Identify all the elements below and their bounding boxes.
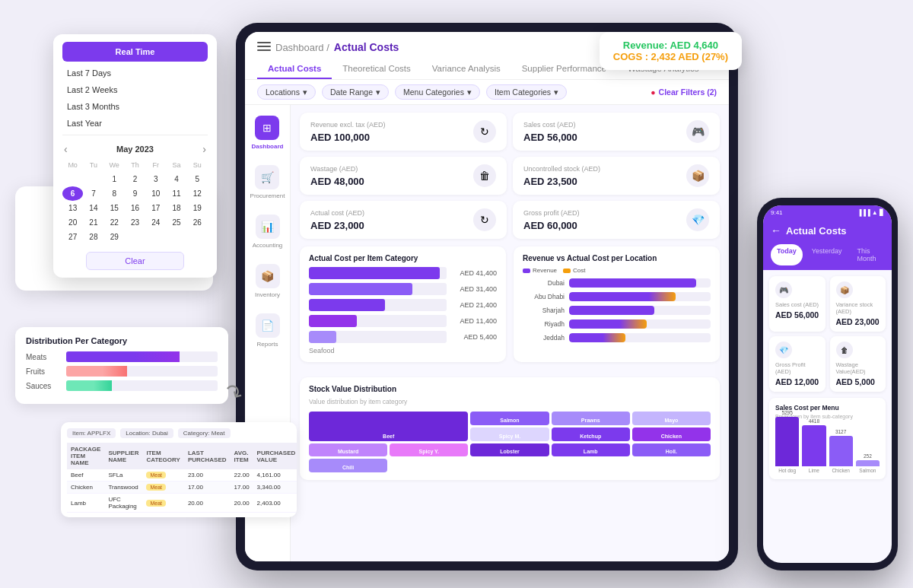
phone-header: ← Actual Costs — [763, 220, 892, 244]
tab-actual-costs[interactable]: Actual Costs — [257, 59, 332, 79]
kpi-revenue: Revenue excl. tax (AED) AED 100,000 ↻ — [300, 113, 507, 151]
kpi-uncontrolled-stock: Uncontrolled stock (AED) AED 23,500 📦 — [513, 157, 720, 195]
dist-row-meats: Meats — [26, 351, 218, 362]
filters-bar: Locations ▾ Date Range ▾ Menu Categories… — [245, 80, 729, 105]
table-row: Beef SFLa Meat 23.00 22.00 4,161.00 40.0… — [67, 469, 297, 482]
cat-bar-seafood: AED 5,400 — [309, 331, 497, 343]
phone-tab-yesterday[interactable]: Yesterday — [806, 244, 848, 265]
table-row: Lamb UFC Packaging Meat 20.00 20.00 2,40… — [67, 494, 297, 513]
next-month-button[interactable]: › — [202, 143, 206, 155]
lastyear-option[interactable]: Last Year — [62, 115, 208, 132]
kpi-revenue-icon: ↻ — [473, 120, 496, 143]
breadcrumb-current: Actual Costs — [334, 41, 399, 53]
sidebar-item-accounting[interactable]: 📊 Accounting — [253, 215, 283, 249]
revenue-location-chart: Revenue vs Actual Cost per Location Reve… — [514, 246, 720, 362]
last3months-option[interactable]: Last 3 Months — [62, 98, 208, 115]
sidebar-item-inventory[interactable]: 📦 Inventory — [255, 264, 280, 298]
phone-bar-hotdog: 5295 Hot dog — [775, 410, 799, 473]
phone-bar-lime: 4418 Lime — [802, 418, 826, 473]
phone-device: 9:41 ▐▐▐ ▲ ▊ ← Actual Costs Today Yester… — [757, 198, 898, 571]
kpi-wastage-icon: 🗑 — [473, 164, 496, 187]
last2weeks-option[interactable]: Last 2 Weeks — [62, 81, 208, 98]
phone-bar-chart: 5295 Hot dog 4418 Lime 3127 Chicken — [775, 424, 880, 473]
clear-filters-button[interactable]: ● Clear Filters (2) — [651, 87, 717, 97]
table-card: Item: APPLFX Location: Dubai Category: M… — [61, 422, 297, 517]
breadcrumb-prefix: Dashboard / — [275, 42, 329, 53]
filter-item-categories[interactable]: Item Categories ▾ — [486, 84, 567, 100]
phone-kpi-sales: 🎮 Sales cost (AED) AED 56,000 — [769, 276, 826, 332]
revenue-text: Revenue: AED 4,640 — [613, 40, 728, 51]
calendar-clear-button[interactable]: Clear — [86, 252, 184, 270]
reports-icon: 📄 — [256, 313, 280, 338]
phone-tab-this-month[interactable]: This Month — [851, 244, 884, 265]
tablet-main-content: Revenue excl. tax (AED) AED 100,000 ↻ Sa… — [291, 105, 729, 561]
sidebar-item-reports[interactable]: 📄 Reports — [256, 313, 280, 348]
cogs-text: COGS : 2,432 AED (27%) — [613, 51, 728, 62]
phone-signals: ▐▐▐ ▲ ▊ — [857, 209, 884, 216]
sidebar-label-dashboard: Dashboard — [252, 143, 284, 150]
divider — [62, 135, 208, 135]
calendar-days: 1 2 3 4 5 6 7 8 9 10 11 12 13 14 15 16 1… — [62, 172, 208, 244]
sidebar-item-procurement[interactable]: 🛒 Procurement — [250, 165, 285, 199]
kpi-stock-icon: 📦 — [686, 164, 709, 187]
phone-tabs: Today Yesterday This Month — [763, 244, 892, 270]
kpi-actual-icon: ↻ — [473, 208, 496, 231]
dashboard-icon: ⊞ — [255, 116, 279, 140]
tablet-body: ⊞ Dashboard 🛒 Procurement 📊 Accounting 📦… — [245, 105, 729, 561]
phone-title: Actual Costs — [786, 225, 846, 237]
phone-wastage-icon: 🗑 — [836, 342, 853, 358]
phone-status-bar: 9:41 ▐▐▐ ▲ ▊ — [763, 205, 892, 220]
table-row: Chicken Transwood Meat 17.00 17.00 3,340… — [67, 482, 297, 494]
cat-bar-1: AED 41,400 — [309, 267, 497, 279]
phone-bar-chicken: 3127 Chicken — [829, 429, 853, 473]
sidebar-label-reports: Reports — [256, 341, 278, 348]
sidebar-label-procurement: Procurement — [250, 192, 285, 199]
kpi-gross-profit: Gross profit (AED) AED 60,000 💎 — [513, 201, 720, 239]
sidebar-label-accounting: Accounting — [253, 242, 283, 249]
item-category-chart: Actual Cost per Item Category AED 41,400… — [300, 246, 506, 362]
cat-bar-2: AED 31,400 — [309, 283, 497, 295]
tab-theoretical-costs[interactable]: Theoretical Costs — [332, 59, 421, 79]
phone-kpi-wastage: 🗑 Wastage Value(AED) AED 5,000 — [830, 336, 886, 392]
filter-locations[interactable]: Locations ▾ — [257, 84, 316, 100]
accounting-icon: 📊 — [256, 215, 280, 239]
procurement-icon: 🛒 — [255, 165, 279, 189]
phone-kpi-grid: 🎮 Sales cost (AED) AED 56,000 📦 Variance… — [769, 276, 886, 392]
data-table: PACKAGE ITEM NAME SUPPLIER NAME ITEM CAT… — [67, 443, 297, 513]
stock-distribution-chart: Stock Value Distribution Value distribut… — [300, 377, 720, 480]
revenue-bubble: Revenue: AED 4,640 COGS : 2,432 AED (27%… — [600, 32, 742, 70]
cat-bar-3: AED 21,400 — [309, 299, 497, 311]
inventory-icon: 📦 — [256, 264, 280, 288]
phone-sales-icon: 🎮 — [775, 281, 792, 298]
menu-icon[interactable] — [257, 42, 271, 52]
dist-chart-title: Distribution Per Category — [26, 336, 218, 345]
last7days-option[interactable]: Last 7 Days — [62, 65, 208, 81]
kpi-wastage: Wastage (AED) AED 48,000 🗑 — [300, 157, 507, 195]
filter-date-range[interactable]: Date Range ▾ — [322, 84, 389, 100]
phone-tab-today[interactable]: Today — [771, 244, 803, 265]
dist-row-fruits: Fruits — [26, 366, 218, 377]
phone-screen: 9:41 ▐▐▐ ▲ ▊ ← Actual Costs Today Yester… — [763, 205, 892, 563]
realtime-button[interactable]: Real Time — [62, 42, 208, 62]
sidebar-item-dashboard[interactable]: ⊞ Dashboard — [252, 116, 284, 150]
phone-kpi-variance: 📦 Variance stock (AED) AED 23,000 — [830, 276, 886, 332]
tablet-device: Dashboard / Actual Costs Actual Costs Th… — [236, 23, 738, 571]
phone-bar-salmon: 252 Salmon — [856, 453, 880, 473]
calendar-month: May 2023 — [116, 145, 154, 154]
tablet-screen: Dashboard / Actual Costs Actual Costs Th… — [245, 32, 729, 561]
kpi-profit-icon: 💎 — [686, 208, 709, 231]
phone-body: 🎮 Sales cost (AED) AED 56,000 📦 Variance… — [763, 270, 892, 563]
sidebar-label-inventory: Inventory — [255, 291, 280, 298]
distribution-chart-card: Distribution Per Category Meats Fruits S… — [15, 327, 228, 404]
revenue-bars: Dubai Abu Dhabi Sharjah — [523, 278, 711, 342]
prev-month-button[interactable]: ‹ — [64, 143, 68, 155]
treemap: Beef Salmon Prawns Mayo Spicy M. Ketchup… — [309, 412, 711, 472]
tab-variance-analysis[interactable]: Variance Analysis — [422, 59, 511, 79]
kpi-grid: Revenue excl. tax (AED) AED 100,000 ↻ Sa… — [300, 113, 720, 239]
phone-time: 9:41 — [771, 209, 783, 216]
phone-back-button[interactable]: ← — [771, 224, 781, 237]
kpi-actual-cost: Actual cost (AED) AED 23,000 ↻ — [300, 201, 507, 239]
cat-bar-4: AED 11,400 — [309, 315, 497, 327]
filter-menu-categories[interactable]: Menu Categories ▾ — [395, 84, 480, 100]
phone-sales-chart: Sales Cost per Menu Breakdown by item su… — [769, 398, 886, 479]
